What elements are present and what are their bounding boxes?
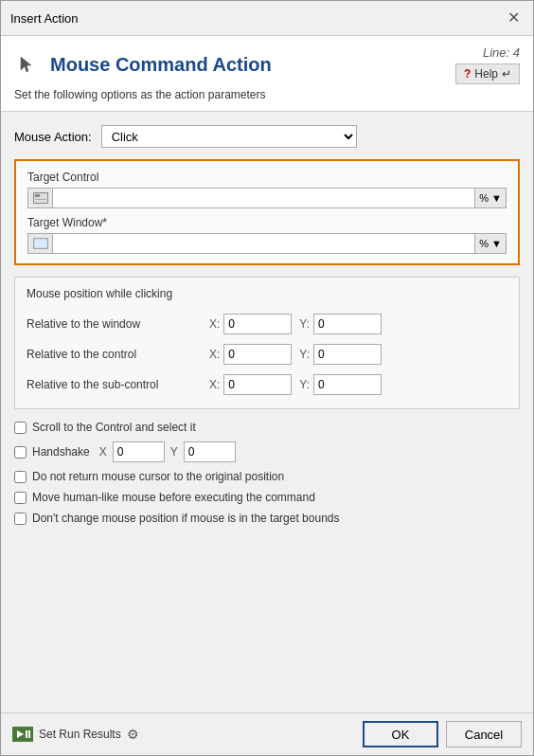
position-subcontrol-x-input[interactable] (223, 374, 292, 395)
position-control-y-input[interactable] (313, 344, 382, 365)
title-bar-left: Insert Action (10, 11, 79, 26)
position-row-subcontrol: Relative to the sub-control X: Y: (27, 370, 507, 399)
window-title: Insert Action (10, 11, 79, 26)
svg-rect-2 (35, 194, 40, 197)
close-button[interactable]: ✕ (504, 9, 524, 27)
main-window: Insert Action ✕ Mouse Command Action Lin… (0, 0, 534, 756)
help-label: Help (474, 67, 498, 81)
handshake-row: Handshake X Y (14, 441, 520, 462)
position-window-label: Relative to the window (27, 317, 202, 331)
title-bar: Insert Action ✕ (1, 1, 533, 36)
help-button[interactable]: ? Help ↵ (455, 63, 520, 84)
position-subcontrol-label: Relative to the sub-control (27, 378, 202, 391)
checkboxes-section: Scroll to the Control and select it Hand… (14, 421, 520, 525)
cancel-button[interactable]: Cancel (446, 721, 522, 747)
no-change-checkbox[interactable] (14, 513, 27, 525)
position-window-x-group: X: (209, 314, 292, 334)
no-return-checkbox[interactable] (14, 471, 27, 483)
ok-button[interactable]: OK (363, 721, 438, 747)
position-window-x-label: X: (209, 317, 220, 331)
header-title-group: Mouse Command Action (14, 52, 272, 79)
target-window-pct-btn[interactable]: % ▼ (475, 233, 507, 254)
position-subcontrol-x-label: X: (209, 378, 220, 391)
position-control-label: Relative to the control (27, 348, 202, 361)
header-top: Mouse Command Action Line: 4 ? Help ↵ (14, 45, 520, 84)
target-window-label: Target Window* (27, 216, 507, 229)
position-subcontrol-y-input[interactable] (313, 374, 382, 395)
target-control-row: Target Control % ▼ (27, 171, 507, 208)
svg-rect-3 (35, 199, 46, 200)
header-title: Mouse Command Action (50, 54, 272, 76)
position-subcontrol-x-group: X: (209, 374, 292, 395)
target-control-input-row: % ▼ (27, 188, 507, 208)
position-control-y-group: Y: (299, 344, 382, 365)
position-row-control: Relative to the control X: Y: (27, 340, 507, 369)
scroll-label: Scroll to the Control and select it (32, 421, 196, 434)
handshake-x-label: X (99, 445, 107, 459)
svg-rect-5 (34, 239, 47, 248)
target-window-row: Target Window* % ▼ (27, 216, 507, 254)
settings-icon[interactable]: ⚙ (127, 727, 139, 742)
position-subcontrol-y-group: Y: (299, 374, 382, 395)
position-window-x-input[interactable] (223, 314, 292, 334)
human-like-checkbox[interactable] (14, 492, 27, 504)
handshake-x-input[interactable] (113, 441, 165, 462)
position-control-y-label: Y: (299, 348, 310, 361)
line-info: Line: 4 (483, 45, 520, 60)
handshake-label: Handshake (32, 445, 90, 459)
handshake-y-label: Y (170, 445, 178, 459)
target-window-input[interactable] (52, 233, 475, 254)
mouse-action-label: Mouse Action: (14, 130, 92, 144)
target-control-icon (27, 188, 52, 208)
footer: Set Run Results ⚙ OK Cancel (1, 712, 533, 755)
header-section: Mouse Command Action Line: 4 ? Help ↵ Se… (1, 36, 533, 112)
position-subcontrol-y-label: Y: (299, 378, 310, 391)
target-control-label: Target Control (27, 171, 507, 184)
position-control-x-group: X: (209, 344, 292, 365)
human-like-label: Move human-like mouse before executing t… (32, 491, 315, 504)
help-icon: ? (464, 67, 471, 81)
position-window-y-input[interactable] (313, 314, 382, 334)
position-row-window: Relative to the window X: Y: (27, 310, 507, 338)
scroll-checkbox[interactable] (14, 422, 27, 434)
handshake-y-input[interactable] (184, 441, 236, 462)
target-control-pct-btn[interactable]: % ▼ (475, 188, 507, 208)
mouse-action-dropdown[interactable]: Click Double Click Right Click Mouse Dow… (101, 125, 357, 148)
handshake-checkbox[interactable] (14, 446, 27, 459)
footer-left: Set Run Results ⚙ (12, 727, 139, 742)
set-run-label[interactable]: Set Run Results (39, 728, 121, 741)
position-group-title: Mouse position while clicking (27, 287, 507, 300)
position-control-x-input[interactable] (223, 344, 292, 365)
target-window-input-row: % ▼ (27, 233, 507, 254)
content-area: Mouse Action: Click Double Click Right C… (1, 112, 533, 712)
svg-rect-8 (26, 730, 27, 738)
target-window-icon (27, 233, 52, 254)
footer-buttons: OK Cancel (363, 721, 522, 747)
mouse-action-row: Mouse Action: Click Double Click Right C… (14, 125, 520, 148)
subtitle: Set the following options as the action … (14, 88, 520, 101)
target-group: Target Control % ▼ (14, 159, 520, 265)
checkbox-scroll-row: Scroll to the Control and select it (14, 421, 520, 434)
position-control-x-label: X: (209, 348, 220, 361)
position-group: Mouse position while clicking Relative t… (14, 277, 520, 409)
target-window-pct-label: % ▼ (479, 238, 502, 249)
target-control-pct-label: % ▼ (479, 192, 502, 204)
svg-rect-9 (28, 730, 30, 738)
no-change-label: Don't change mouse position if mouse is … (32, 512, 340, 525)
checkbox-noreturn-row: Do not return mouse cursor to the origin… (14, 470, 520, 483)
target-control-input[interactable] (52, 188, 475, 208)
mouse-command-icon (14, 52, 41, 79)
checkbox-nochange-row: Don't change mouse position if mouse is … (14, 512, 520, 525)
help-arrow-icon: ↵ (502, 67, 511, 81)
position-window-y-group: Y: (299, 314, 382, 334)
checkbox-humanlike-row: Move human-like mouse before executing t… (14, 491, 520, 504)
no-return-label: Do not return mouse cursor to the origin… (32, 470, 284, 483)
position-window-y-label: Y: (299, 317, 310, 331)
set-run-icon (12, 727, 33, 742)
